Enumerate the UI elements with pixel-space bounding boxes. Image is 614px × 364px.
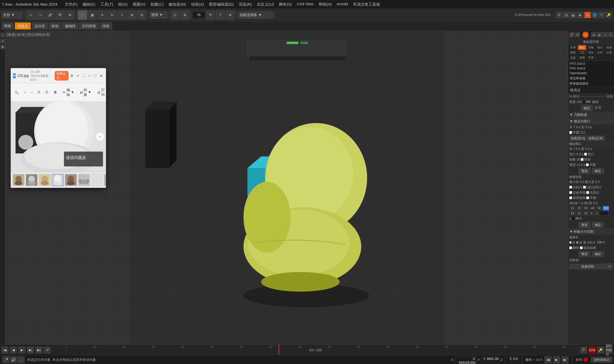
tab-subdivide[interactable]: 细分	[596, 45, 604, 50]
more-btn[interactable]: …	[18, 357, 24, 363]
bind-button[interactable]: ⚙	[65, 10, 75, 20]
panel-icon-3[interactable]: ≡	[602, 32, 608, 38]
status-next-btn[interactable]: ▶|	[561, 356, 569, 363]
align-button[interactable]: ⊟	[137, 10, 146, 20]
panel-icon-2[interactable]: ⬕	[597, 32, 602, 38]
panel-icon-4[interactable]: ✏	[608, 32, 613, 38]
x-coord[interactable]: X: 919129.552	[455, 357, 477, 363]
next-key-btn[interactable]: ▶|	[27, 347, 34, 354]
panel-pin-icon[interactable]: 📌	[569, 32, 574, 38]
viewport-3d[interactable]: [透视] [标准] [照以明暗处理]	[5, 31, 568, 345]
custom-num-input[interactable]	[600, 211, 608, 215]
thumb-4[interactable]	[52, 174, 64, 186]
template-cut-title[interactable]: ▼ 样板分片切割	[568, 229, 614, 235]
menu-graph-editor[interactable]: 图形编辑器(D)	[207, 1, 236, 8]
unlink-button[interactable]: ⛓	[55, 10, 65, 20]
menu-animation[interactable]: 动画(A)	[189, 1, 206, 8]
undo-button[interactable]: ↩	[26, 10, 35, 20]
num-33[interactable]: 33	[583, 206, 589, 210]
num-12[interactable]: 12	[576, 211, 582, 215]
status-play-btn[interactable]: ▶	[553, 356, 560, 363]
help-button[interactable]: ?	[216, 10, 225, 20]
confirm-btn-3[interactable]: 确定	[592, 222, 604, 228]
tab-craft[interactable]: 工艺	[578, 50, 587, 55]
play-btn[interactable]: ▶	[18, 347, 26, 354]
tab-file[interactable]: 文件	[596, 50, 604, 55]
mirror-button[interactable]: ⊞	[127, 10, 136, 20]
preview-btn-3[interactable]: 预览	[579, 251, 590, 257]
menu-custom-tool[interactable]: 禾清沙发工具箱	[351, 1, 382, 8]
confirm-btn-4[interactable]: 确定	[592, 251, 604, 257]
link-button[interactable]: 🔗	[46, 10, 55, 20]
speaker-btn[interactable]: 🔊	[10, 357, 17, 363]
tab-font[interactable]: 字库	[587, 55, 595, 60]
menu-file[interactable]: 文件(F)	[63, 1, 80, 8]
viewer-next-btn[interactable]: ›	[96, 133, 104, 141]
timeline-track[interactable]: 5 10 15 20 25 30 35 40 45 50 55 60 65 70…	[53, 345, 578, 355]
left-tool-2[interactable]: ◎	[0, 39, 5, 43]
half2-check[interactable]	[586, 163, 589, 166]
num-20[interactable]: 20	[576, 206, 582, 210]
tab-modifier-list[interactable]: 修改器列表	[568, 39, 614, 44]
num-60[interactable]: 60	[603, 206, 609, 210]
rotate-button[interactable]: ↻	[108, 10, 117, 20]
delete-tool[interactable]: 🗑	[52, 90, 58, 95]
number-input[interactable]: 25	[193, 12, 205, 19]
grid-btn[interactable]: 网格	[1, 22, 14, 29]
num-50[interactable]: 50	[596, 206, 602, 210]
menu-script[interactable]: 脚本(S)	[277, 1, 294, 8]
time-cfg-btn[interactable]: ⏱	[580, 347, 587, 354]
keep-line-check[interactable]	[569, 196, 572, 199]
edit-btn[interactable]: 偏编辑	[62, 22, 78, 29]
add-marker-btn[interactable]: 加时间标记	[605, 347, 613, 354]
auto-key-btn[interactable]: 自动	[588, 347, 596, 354]
tab-blank[interactable]: 空板	[587, 45, 595, 50]
material-editor-icon[interactable]: ⬕	[570, 12, 576, 18]
y-coord[interactable]: Y: 8601.08	[482, 357, 499, 363]
key-mode-icon[interactable]: 🔑	[605, 12, 612, 18]
time-config-icon[interactable]: ⏱	[599, 12, 605, 18]
move-btn[interactable]: 移放	[49, 22, 61, 29]
zoom-extent-button[interactable]: ⊡	[170, 10, 180, 20]
flip-check[interactable]	[569, 246, 572, 249]
tab-common[interactable]: 常用	[569, 45, 577, 50]
quick-cut-icon[interactable]: ✂	[607, 263, 613, 270]
redo-button[interactable]: ↪	[36, 10, 45, 20]
menu-group[interactable]: 组(G)	[116, 1, 130, 8]
menu-customize[interactable]: 自定义(U)	[255, 1, 276, 8]
premium-badge[interactable]: 续费会员	[55, 71, 68, 80]
only-ref-check[interactable]	[569, 191, 572, 194]
menu-civil[interactable]: Civil View	[295, 1, 316, 8]
preview-btn-2[interactable]: 预览	[579, 222, 590, 228]
confirm-btn-2[interactable]: 确定	[592, 168, 604, 174]
menu-tools[interactable]: 工具(T)	[98, 1, 115, 8]
compress-btn[interactable]: 压到排格	[79, 22, 99, 29]
modifier-ffd34[interactable]: FFD 3x4x3	[568, 66, 614, 71]
next-frame-btn[interactable]: ▶|	[35, 347, 42, 354]
move-button[interactable]: ✛	[98, 10, 107, 20]
zoom-tool[interactable]: 🔍	[13, 90, 20, 95]
viewer-maximize-btn[interactable]: □	[93, 73, 98, 78]
record-btn[interactable]	[584, 358, 588, 362]
left-tool-3[interactable]: ⚡	[0, 45, 5, 49]
modifier-spline-interp[interactable]: 样条曲线插补	[568, 81, 614, 86]
add-check[interactable]	[581, 158, 584, 161]
print-tool[interactable]: 🖨 打印	[96, 87, 106, 98]
loop-btn[interactable]: ↺	[44, 347, 51, 354]
seam-title[interactable]: ▼ 缝边与剪口	[568, 118, 614, 125]
pick-width-btn[interactable]: 拾取[宽:0]	[569, 136, 587, 141]
z-coord[interactable]: Z: 0.0	[505, 357, 518, 363]
tab-export[interactable]: 导出	[587, 50, 595, 55]
thumb-3[interactable]	[39, 174, 51, 186]
modifier-ffd22[interactable]: FFD 2x2x2	[568, 61, 614, 66]
num-15[interactable]: 15	[569, 206, 575, 210]
arrange-btn[interactable]: 排板	[100, 22, 112, 29]
left-radio[interactable]	[569, 241, 572, 244]
pick-normal-btn[interactable]: 拾取[正常]	[587, 136, 605, 141]
viewer-share-btn[interactable]: ↗	[75, 73, 80, 78]
modifier-optimize[interactable]: 优化样条曲	[568, 76, 614, 81]
edge-info-btn[interactable]: 边信息	[32, 22, 48, 29]
create-select-dropdown[interactable]: 创建选择集 ▼	[238, 11, 273, 19]
thumb-5[interactable]	[65, 174, 77, 186]
tab-seam[interactable]: 缝边	[578, 45, 587, 50]
